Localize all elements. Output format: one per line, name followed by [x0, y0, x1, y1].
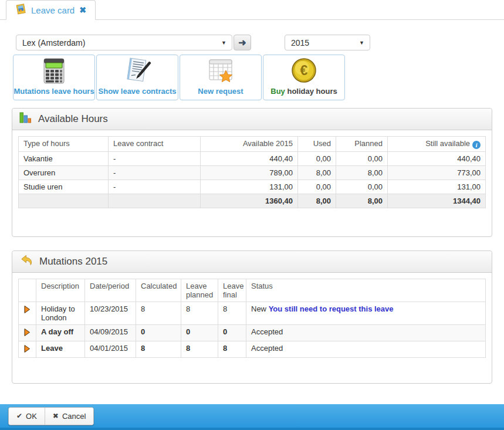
cancel-button[interactable]: ✖ Cancel [45, 408, 94, 425]
year-select[interactable]: 2015 ▼ [285, 35, 370, 50]
available-hours-body: Type of hours Leave contract Available 2… [12, 130, 492, 214]
table-row: Holiday to London 10/23/2015 8 8 8 New Y… [19, 302, 486, 325]
show-leave-contracts-button[interactable]: Show leave contracts [96, 55, 178, 100]
expand-arrow-icon[interactable] [23, 328, 31, 338]
new-request-label: New request [198, 87, 243, 96]
contract-pen-icon [123, 55, 151, 87]
show-leave-contracts-label: Show leave contracts [99, 87, 177, 96]
toolbar: Lex (Amsterdam) ▼ ➜ 2015 ▼ [16, 35, 504, 50]
info-icon[interactable]: i [472, 141, 481, 149]
new-request-button[interactable]: New request [180, 55, 262, 100]
col-description: Description [36, 279, 85, 302]
buy-holiday-hours-label: Buy holiday hours [270, 87, 337, 96]
col-status: Status [246, 279, 486, 302]
tab-label: Leave card [31, 5, 75, 15]
col-type-of-hours: Type of hours [19, 137, 109, 152]
chevron-down-icon: ▼ [359, 40, 364, 46]
calculator-icon [40, 55, 67, 87]
buy-word: Buy [270, 87, 285, 96]
available-hours-header: Available Hours [12, 109, 492, 130]
mutations-title: Mutations 2015 [39, 256, 107, 268]
buy-holiday-hours-button[interactable]: € Buy holiday hours [263, 55, 345, 100]
tab-bar: Leave card ✖ [0, 0, 504, 20]
tab-close-icon[interactable]: ✖ [79, 5, 86, 15]
mutations-table: Description Date/period Calculated Leave… [18, 279, 486, 358]
euro-coin-icon: € [290, 55, 318, 87]
chevron-down-icon: ▼ [221, 40, 226, 46]
col-used: Used [298, 137, 336, 152]
mutations-header-row: Description Date/period Calculated Leave… [19, 279, 486, 302]
table-row: Vakantie - 440,40 0,00 0,00 440,40 [19, 152, 486, 166]
col-leave-final: Leave final [218, 279, 246, 302]
col-calculated: Calculated [136, 279, 181, 302]
table-row: Overuren - 789,00 8,00 8,00 773,00 [19, 166, 486, 180]
status-cell: New You still need to request this leave [246, 302, 486, 325]
mutations-body: Description Date/period Calculated Leave… [12, 273, 492, 364]
cancel-button-label: Cancel [62, 412, 86, 421]
go-button[interactable]: ➜ [234, 35, 251, 50]
employee-select-value: Lex (Amsterdam) [22, 38, 85, 48]
mutations-panel: Mutations 2015 Description Date/period C… [12, 250, 492, 384]
col-available-2015: Available 2015 [201, 137, 298, 152]
bar-chart-icon [19, 111, 32, 127]
ok-button[interactable]: ✔ OK [9, 408, 45, 425]
calendar-star-icon [207, 55, 235, 87]
footer-bar: ✔ OK ✖ Cancel [0, 404, 504, 430]
col-leave-planned: Leave planned [181, 279, 218, 302]
close-icon: ✖ [53, 412, 59, 420]
holiday-hours-words: holiday hours [287, 87, 337, 96]
totals-row: 1360,40 8,00 8,00 1344,40 [19, 194, 486, 208]
svg-text:€: € [300, 63, 308, 78]
expand-arrow-icon[interactable] [23, 305, 31, 316]
available-hours-header-row: Type of hours Leave contract Available 2… [19, 137, 486, 152]
mutations-leave-hours-button[interactable]: Mutations leave hours [13, 55, 95, 100]
mutations-leave-hours-label: Mutations leave hours [13, 87, 94, 96]
available-hours-table: Type of hours Leave contract Available 2… [18, 136, 486, 208]
table-row: A day off 04/09/2015 0 0 0 Accepted [19, 325, 486, 341]
arrow-right-icon: ➜ [238, 37, 246, 48]
col-leave-contract: Leave contract [109, 137, 201, 152]
check-icon: ✔ [16, 412, 22, 420]
employee-select[interactable]: Lex (Amsterdam) ▼ [16, 35, 232, 50]
expand-arrow-icon[interactable] [23, 344, 31, 355]
status-note: You still need to request this leave [269, 304, 394, 313]
undo-arrow-icon [19, 253, 33, 270]
footer-button-group: ✔ OK ✖ Cancel [8, 407, 94, 425]
status-cell: Accepted [246, 325, 486, 341]
col-still-available: Still availablei [388, 137, 486, 152]
action-button-row: Mutations leave hours [13, 55, 504, 100]
year-select-value: 2015 [291, 38, 309, 48]
table-row: Leave 04/01/2015 8 8 8 Accepted [19, 341, 486, 358]
tab-leave-card[interactable]: Leave card ✖ [6, 0, 96, 20]
col-date-period: Date/period [85, 279, 136, 302]
available-hours-panel: Available Hours Type of hours Leave cont… [12, 108, 492, 237]
available-hours-title: Available Hours [38, 113, 108, 125]
status-cell: Accepted [246, 341, 486, 358]
leave-card-icon [15, 4, 26, 17]
mutations-header: Mutations 2015 [12, 251, 492, 273]
col-planned: Planned [336, 137, 388, 152]
table-row: Studie uren - 131,00 0,00 0,00 131,00 [19, 180, 486, 194]
ok-button-label: OK [26, 412, 37, 421]
